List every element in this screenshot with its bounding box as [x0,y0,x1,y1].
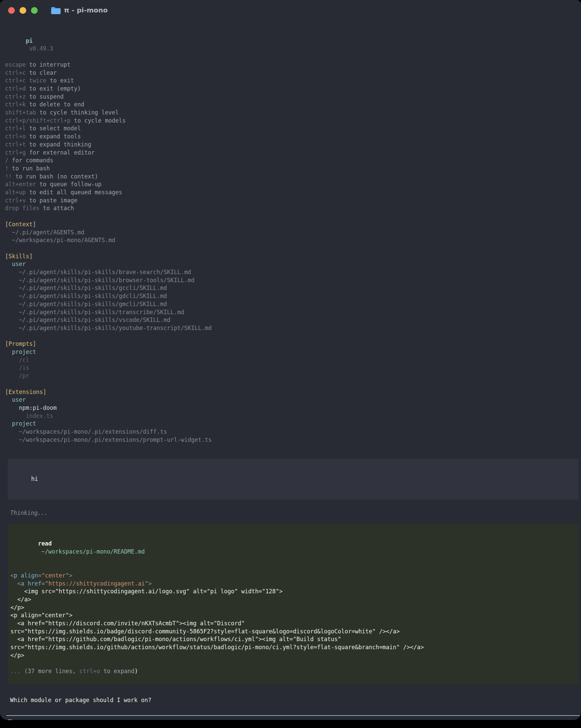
code-line: <p align="center"> [10,612,578,620]
titlebar: π - pi-mono [0,0,581,21]
shortcut-line: ctrl+z to suspend [5,93,581,101]
code-line: src="https://img.shields.io/badge/discor… [10,628,578,636]
shortcut-line: ctrl+k to delete to end [5,101,581,109]
shortcut-line: alt+up to edit all queued messages [5,188,581,197]
code-line: <a href="https://shittycodingagent.ai"> [10,580,578,588]
code-line: <a href="https://discord.com/invite/nKXT… [10,620,578,628]
shortcut-line: ctrl+g for external editor [5,149,581,157]
section-item: ~/.pi/agent/skills/pi-skills/gdcli/SKILL… [5,292,581,301]
tool-call-box: read ~/workspaces/pi-mono/README.md <p a… [8,524,578,684]
section-item: ~/.pi/agent/skills/pi-skills/gmcli/SKILL… [5,301,581,308]
code-line: <p align="center"> [10,572,578,580]
section-item: index.ts [5,412,581,420]
tool-output-code: <p align="center"> <a href="https://shit… [10,572,578,660]
shortcut-line: escape to interrupt [5,61,581,69]
folder-icon [51,7,60,14]
user-message-text: hi [31,475,38,482]
section-item: project [5,348,581,356]
code-line: </a> [10,596,578,604]
section-item: ~/workspaces/pi-mono/.pi/extensions/prom… [5,436,581,444]
terminal-content: pi v0.49.3 escape to interruptctrl+c to … [0,21,581,720]
code-line: <a href="https://github.com/badlogic/pi-… [10,635,578,644]
app-name: pi [26,37,32,44]
section-item: npm:pi-doom [5,404,581,412]
user-message-bubble: hi [8,459,578,500]
section-item: ~/workspaces/pi-mono/.pi/extensions/diff… [5,428,581,436]
section-item: ~/.pi/agent/skills/pi-skills/gccli/SKILL… [5,284,581,292]
section-item: user [5,260,581,268]
section-item: ~/.pi/agent/AGENTS.md [5,229,581,237]
close-window-button[interactable] [8,7,15,14]
window-title: π - pi-mono [64,6,108,15]
assistant-message: Which module or package should I work on… [10,696,581,704]
thinking-indicator: Thinking... [10,509,581,517]
tool-verb: read [38,540,52,547]
shortcut-line: ctrl+t to expand thinking [5,141,581,149]
context-sections: [Context] ~/.pi/agent/AGENTS.md ~/worksp… [5,220,581,444]
section-item: ~/workspaces/pi-mono/AGENTS.md [5,236,581,244]
section-header: [Context] [5,220,581,229]
terminal-window: π - pi-mono pi v0.49.3 escape to interru… [0,0,581,720]
section-item: ~/.pi/agent/skills/pi-skills/brave-searc… [5,268,581,277]
code-line: </p> [10,604,578,612]
shortcut-line: ctrl+l to select model [5,125,581,133]
config-section: [Context] ~/.pi/agent/AGENTS.md ~/worksp… [5,220,581,244]
section-item: user [5,396,581,404]
shortcut-line: ! to run bash [5,165,581,173]
code-line: <img src="https://shittycodingagent.ai/l… [10,588,578,596]
tool-call-header: read ~/workspaces/pi-mono/README.md [10,532,578,564]
section-item: /pr [5,372,581,380]
code-line: </p> [10,652,578,660]
shortcut-line: !! to run bash (no context) [5,173,581,181]
config-section: [Skills] user ~/.pi/agent/skills/pi-skil… [5,253,581,332]
section-item: ~/.pi/agent/skills/pi-skills/vscode/SKIL… [5,316,581,324]
minimize-window-button[interactable] [20,7,26,14]
section-item: ~/.pi/agent/skills/pi-skills/youtube-tra… [5,324,581,332]
truncation-notice: ... (37 more lines, ctrl+o to expand) [10,667,578,675]
tool-path: ~/workspaces/pi-mono/README.md [42,548,145,555]
section-header: [Skills] [5,253,581,261]
app-version-line: pi v0.49.3 [5,29,581,61]
shortcut-line: ctrl+v to paste image [5,197,581,205]
config-section: [Prompts] project /cl /is /pr [5,340,581,380]
section-item: ~/.pi/agent/skills/pi-skills/browser-too… [5,277,581,285]
prompt-input[interactable] [6,715,580,720]
shortcuts-list: escape to interruptctrl+c to clearctrl+c… [5,61,581,212]
app-version: v0.49.3 [29,45,53,52]
shortcut-line: ctrl+p/shift+ctrl+p to cycle models [5,117,581,125]
shortcut-line: ctrl+d to exit (empty) [5,85,581,93]
section-item: /is [5,364,581,372]
zoom-window-button[interactable] [31,7,38,14]
code-line: src="https://img.shields.io/github/actio… [10,644,578,652]
shortcut-line: alt+enter to queue follow-up [5,181,581,188]
section-header: [Prompts] [5,340,581,348]
shortcut-line: ctrl+o to expand tools [5,133,581,141]
shortcut-line: / for commands [5,157,581,165]
section-item: /cl [5,356,581,364]
config-section: [Extensions] user npm:pi-doom index.ts p… [5,388,581,444]
shortcut-line: shift+tab to cycle thinking level [5,109,581,117]
section-header: [Extensions] [5,388,581,396]
shortcut-line: ctrl+c to clear [5,69,581,77]
shortcut-line: ctrl+c twice to exit [5,77,581,85]
section-item: project [5,420,581,428]
section-item: ~/.pi/agent/skills/pi-skills/transcribe/… [5,308,581,316]
text-cursor [8,720,12,720]
shortcut-line: drop files to attach [5,204,581,212]
